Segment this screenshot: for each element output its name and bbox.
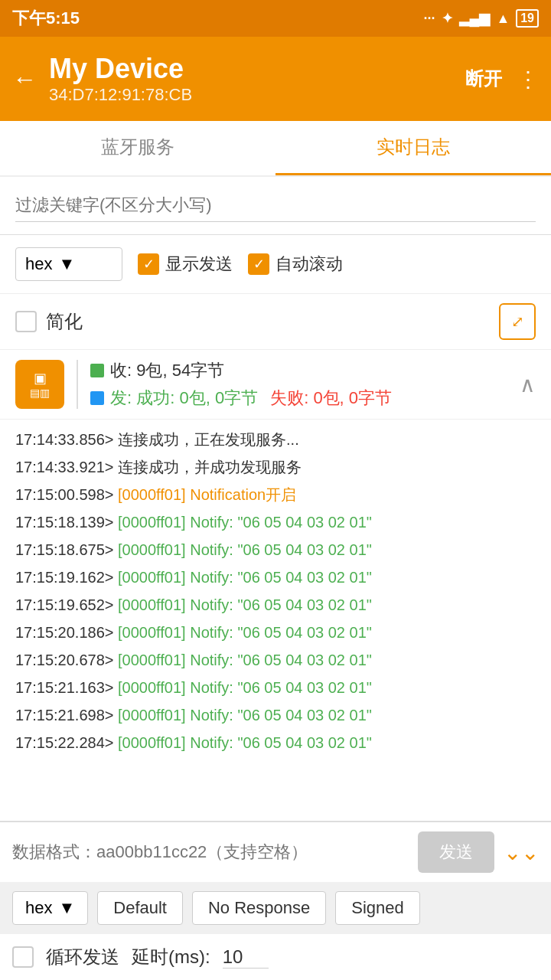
filter-input[interactable]: [15, 189, 536, 222]
tab-bluetooth-services[interactable]: 蓝牙服务: [0, 121, 276, 175]
tab-realtime-log[interactable]: 实时日志: [276, 121, 551, 175]
log-line: 17:15:19.162> [0000ff01] Notify: "06 05 …: [15, 564, 536, 591]
signal-bars-icon: ▂▄▆: [459, 10, 491, 27]
send-input[interactable]: [12, 842, 409, 862]
wifi-icon: ▲: [496, 11, 510, 27]
show-send-label: 显示发送: [165, 253, 233, 276]
bluetooth-icon: ✦: [442, 10, 453, 27]
format-select[interactable]: hex ▼: [15, 247, 122, 281]
recv-dot: [90, 364, 104, 377]
log-line: 17:15:20.678> [0000ff01] Notify: "06 05 …: [15, 646, 536, 674]
show-send-checkbox[interactable]: ✓ 显示发送: [138, 253, 233, 276]
stats-bar: ▣ ▤▥ 收: 9包, 54字节 发: 成功: 0包, 0字节 失败: 0包, …: [0, 350, 551, 420]
log-line: 17:15:00.598> [0000ff01] Notification开启: [15, 481, 536, 508]
send-format-value: hex: [25, 898, 52, 918]
send-format-arrow: ▼: [58, 898, 75, 918]
signed-button[interactable]: Signed: [335, 891, 420, 925]
log-line: 17:15:20.186> [0000ff01] Notify: "06 05 …: [15, 619, 536, 646]
no-response-button[interactable]: No Response: [192, 891, 326, 925]
stats-recv: 收: 9包, 54字节: [90, 359, 520, 382]
log-line: 17:15:21.698> [0000ff01] Notify: "06 05 …: [15, 701, 536, 729]
status-icons: ··· ✦ ▂▄▆ ▲ 19: [424, 9, 539, 28]
log-line: 17:15:21.163> [0000ff01] Notify: "06 05 …: [15, 674, 536, 701]
send-success-text: 发: 成功: 0包, 0字节: [110, 387, 258, 410]
simplify-checkbox[interactable]: [15, 311, 37, 332]
tabs: 蓝牙服务 实时日志: [0, 121, 551, 177]
header-actions: 断开 ⋮: [465, 67, 539, 92]
log-line: 17:14:33.921> 连接成功，并成功发现服务: [15, 453, 536, 481]
format-select-arrow: ▼: [58, 254, 75, 274]
delay-label: 延时(ms):: [132, 945, 210, 969]
signal-dots-icon: ···: [424, 11, 435, 27]
send-dot: [90, 391, 104, 405]
header: ← My Device 34:D7:12:91:78:CB 断开 ⋮: [0, 37, 551, 121]
filter-area: [0, 177, 551, 235]
status-time: 下午5:15: [12, 7, 80, 30]
expand-icon: ⤢: [511, 312, 524, 331]
expand-button[interactable]: ⤢: [499, 303, 536, 340]
status-bar: 下午5:15 ··· ✦ ▂▄▆ ▲ 19: [0, 0, 551, 37]
recv-text: 收: 9包, 54字节: [110, 359, 224, 382]
log-line: 17:15:19.652> [0000ff01] Notify: "06 05 …: [15, 591, 536, 619]
log-line: 17:14:33.856> 连接成功，正在发现服务...: [15, 426, 536, 453]
stats-send: 发: 成功: 0包, 0字节 失败: 0包, 0字节: [90, 387, 520, 410]
device-mac: 34:D7:12:91:78:CB: [49, 85, 465, 105]
stats-content: 收: 9包, 54字节 发: 成功: 0包, 0字节 失败: 0包, 0字节: [90, 359, 520, 410]
simplify-row: 简化 ⤢: [0, 294, 551, 350]
stats-icon: ▣ ▤▥: [15, 360, 64, 409]
bottom-area: 发送 ⌄⌄ hex ▼ Default No Response Signed 循…: [0, 821, 551, 980]
send-fail-text: 失败: 0包, 0字节: [270, 387, 392, 410]
disconnect-button[interactable]: 断开: [465, 67, 502, 91]
collapse-button[interactable]: ∧: [520, 372, 536, 397]
format-row: hex ▼ Default No Response Signed: [0, 882, 551, 934]
simplify-label: 简化: [46, 309, 83, 334]
battery-icon: 19: [516, 9, 539, 28]
log-line: 17:15:18.675> [0000ff01] Notify: "06 05 …: [15, 536, 536, 564]
simplify-left: 简化: [15, 309, 83, 334]
stats-divider: [77, 360, 78, 409]
loop-row: 循环发送 延时(ms):: [0, 934, 551, 980]
controls-row: hex ▼ ✓ 显示发送 ✓ 自动滚动: [0, 235, 551, 294]
back-button[interactable]: ←: [12, 65, 37, 93]
auto-scroll-checkbox[interactable]: ✓ 自动滚动: [248, 253, 343, 276]
show-send-check-icon: ✓: [138, 253, 159, 275]
device-title: My Device: [49, 53, 465, 85]
auto-scroll-label: 自动滚动: [276, 253, 343, 276]
loop-checkbox[interactable]: [12, 946, 34, 968]
loop-label: 循环发送: [46, 945, 119, 969]
expand-send-icon[interactable]: ⌄⌄: [504, 840, 539, 865]
delay-input[interactable]: [223, 946, 269, 969]
format-select-value: hex: [25, 254, 52, 274]
send-button[interactable]: 发送: [418, 831, 494, 873]
log-line: 17:15:22.284> [0000ff01] Notify: "06 05 …: [15, 729, 536, 756]
send-row: 发送 ⌄⌄: [0, 822, 551, 882]
auto-scroll-check-icon: ✓: [248, 253, 269, 275]
more-menu-button[interactable]: ⋮: [517, 67, 539, 92]
send-format-select[interactable]: hex ▼: [12, 891, 88, 925]
log-line: 17:15:18.139> [0000ff01] Notify: "06 05 …: [15, 508, 536, 536]
header-title-area: My Device 34:D7:12:91:78:CB: [49, 53, 465, 105]
default-button[interactable]: Default: [97, 891, 183, 925]
